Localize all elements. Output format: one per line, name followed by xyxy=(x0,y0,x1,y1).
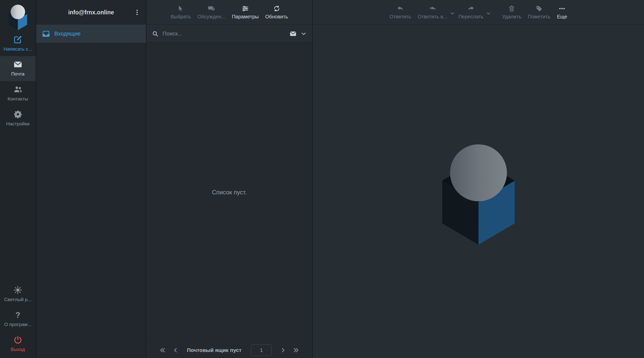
message-list: Список пуст. xyxy=(146,43,312,342)
question-icon: ? xyxy=(15,310,20,319)
logout-label: Выход xyxy=(11,347,25,352)
reply-button[interactable]: Ответить xyxy=(386,4,414,21)
double-chevron-right-icon xyxy=(293,347,300,354)
webmail-app: Написать с... Почта Контакты Настройки xyxy=(0,0,644,358)
folder-actions-button[interactable] xyxy=(132,6,142,19)
forward-label: Переслать xyxy=(458,14,484,20)
reply-all-dropdown-icon[interactable] xyxy=(450,11,455,16)
task-menu: Написать с... Почта Контакты Настройки xyxy=(0,0,36,358)
select-button[interactable]: Выбрать xyxy=(167,4,194,21)
mail-icon xyxy=(13,60,22,69)
logout-button[interactable]: Выход xyxy=(0,332,36,356)
power-icon xyxy=(13,335,22,344)
double-chevron-left-icon xyxy=(159,347,166,354)
more-button[interactable]: Еще xyxy=(554,4,571,21)
ellipsis-icon xyxy=(558,5,566,12)
forward-group: Переслать xyxy=(455,4,491,21)
roundcube-watermark-icon xyxy=(436,138,521,245)
about-label: О програм... xyxy=(4,322,31,327)
theme-toggle-button[interactable]: Светлый р... xyxy=(0,282,36,307)
envelope-icon xyxy=(290,30,297,37)
task-item-label: Настройки xyxy=(6,121,29,127)
folders-header: info@frnx.online xyxy=(36,0,146,25)
search-scope-button[interactable] xyxy=(290,30,297,37)
empty-list-message: Список пуст. xyxy=(212,189,247,196)
last-page-button[interactable] xyxy=(290,344,302,356)
refresh-button[interactable]: Обновить xyxy=(262,4,291,21)
compose-button[interactable]: Написать с... xyxy=(0,31,36,56)
task-item-label: Почта xyxy=(11,71,25,77)
task-item-contacts[interactable]: Контакты xyxy=(0,81,36,106)
mail-view-body xyxy=(313,25,644,358)
reply-all-button[interactable]: Ответить в... xyxy=(414,4,451,21)
mailbox-status-text: Почтовый ящик пуст xyxy=(187,347,242,353)
tag-icon xyxy=(536,5,543,12)
task-item-mail[interactable]: Почта xyxy=(0,56,36,81)
compose-label: Написать с... xyxy=(4,46,32,52)
mark-label: Пометить xyxy=(528,14,550,20)
search-bar xyxy=(146,25,312,43)
first-page-button[interactable] xyxy=(157,344,168,356)
search-options-button[interactable] xyxy=(301,31,307,37)
options-button[interactable]: Параметры xyxy=(229,4,262,21)
reply-label: Ответить xyxy=(389,14,411,20)
app-logo xyxy=(5,3,31,30)
task-item-settings[interactable]: Настройки xyxy=(0,106,36,131)
kebab-menu-icon xyxy=(134,9,141,16)
refresh-label: Обновить xyxy=(265,14,288,20)
options-label: Параметры xyxy=(232,14,259,20)
list-toolbar: Выбрать Обсужден... Параметры xyxy=(146,0,312,25)
compose-icon xyxy=(13,35,22,44)
folder-pane: info@frnx.online Входящие xyxy=(36,0,146,358)
task-menu-bottom: Светлый р... ? О програм... Выход xyxy=(0,282,36,358)
reply-all-group: Ответить в... xyxy=(414,4,455,21)
prev-page-button[interactable] xyxy=(170,344,181,356)
chat-bubbles-icon xyxy=(208,5,215,12)
refresh-icon xyxy=(273,5,280,12)
search-icon[interactable] xyxy=(152,30,158,37)
reply-icon xyxy=(397,5,404,12)
delete-button[interactable]: Удалить xyxy=(499,4,525,21)
threads-button[interactable]: Обсужден... xyxy=(194,4,229,21)
trash-icon xyxy=(508,5,515,12)
message-list-pane: Выбрать Обсужден... Параметры xyxy=(146,0,312,358)
contacts-icon xyxy=(13,85,22,94)
theme-toggle-label: Светлый р... xyxy=(4,297,32,302)
forward-icon xyxy=(467,5,474,12)
list-pagination: Почтовый ящик пуст xyxy=(146,342,312,358)
more-label: Еще xyxy=(557,14,567,20)
mail-view-pane: Ответить Ответить в... xyxy=(312,0,644,358)
reply-all-label: Ответить в... xyxy=(418,14,447,20)
forward-button[interactable]: Переслать xyxy=(455,4,487,21)
reply-all-icon xyxy=(429,5,436,12)
search-input[interactable] xyxy=(163,30,286,37)
gear-icon xyxy=(13,110,22,119)
sun-icon xyxy=(13,285,22,295)
next-page-button[interactable] xyxy=(277,344,289,356)
chevron-left-icon xyxy=(172,347,179,354)
cursor-icon xyxy=(177,5,184,12)
folder-label: Входящие xyxy=(54,30,80,37)
chevron-down-icon xyxy=(301,31,307,37)
about-button[interactable]: ? О програм... xyxy=(0,307,36,332)
threads-label: Обсужден... xyxy=(197,14,225,20)
account-title: info@frnx.online xyxy=(68,9,114,16)
inbox-icon xyxy=(42,30,50,38)
mark-button[interactable]: Пометить xyxy=(525,4,554,21)
delete-label: Удалить xyxy=(502,14,521,20)
forward-dropdown-icon[interactable] xyxy=(486,11,491,16)
mail-toolbar: Ответить Ответить в... xyxy=(313,0,644,25)
select-label: Выбрать xyxy=(171,14,191,20)
chevron-right-icon xyxy=(279,347,287,354)
sliders-icon xyxy=(242,5,249,12)
roundcube-logo-icon xyxy=(5,3,31,30)
page-number-input[interactable] xyxy=(251,344,272,356)
folder-item-inbox[interactable]: Входящие xyxy=(36,25,146,43)
task-item-label: Контакты xyxy=(8,96,28,102)
